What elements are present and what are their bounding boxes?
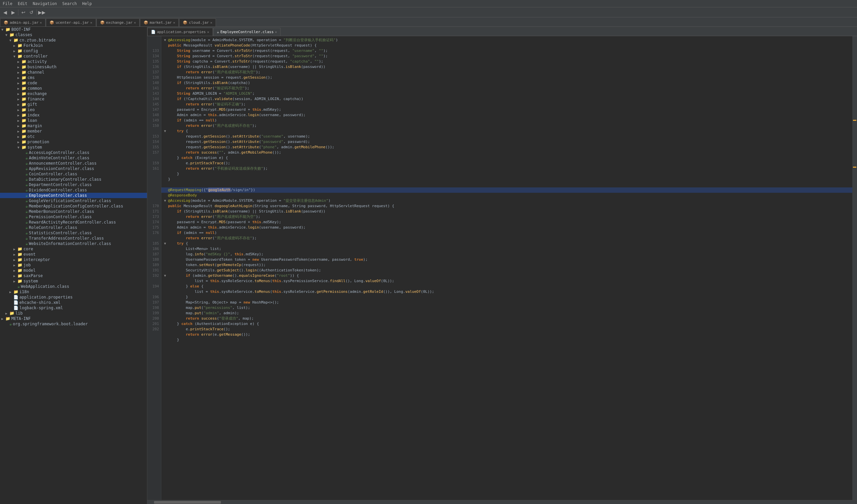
fold-btn[interactable] [164, 220, 168, 225]
menu-navigation[interactable]: Navigation [30, 1, 60, 7]
tree-item-channel[interactable]: ▶ 📁 channel [0, 70, 147, 75]
fold-btn[interactable] [164, 155, 168, 161]
fold-btn[interactable] [164, 91, 168, 96]
fold-btn[interactable] [164, 214, 168, 220]
fold-btn[interactable]: ▼ [164, 129, 168, 134]
tree-item-system2[interactable]: ▶ 📁 system [0, 279, 147, 284]
tree-item-adminvote[interactable]: ☕ AdminVoteController.class [0, 155, 147, 161]
fold-btn[interactable] [164, 145, 168, 150]
tab-close[interactable]: ✕ [207, 30, 209, 34]
fold-btn[interactable] [164, 257, 168, 263]
tree-item-exchange[interactable]: ▶ 📁 exchange [0, 91, 147, 96]
fold-btn[interactable] [164, 64, 168, 70]
tree-item-classes[interactable]: ▼ 📁 classes [0, 32, 147, 37]
tree-item-memberapplicationconfig[interactable]: ☕ MemberApplicationConfigController.clas… [0, 203, 147, 209]
tree-item-event[interactable]: ▶ 📁 event [0, 252, 147, 257]
fold-btn[interactable] [164, 263, 168, 268]
tab-exchange[interactable]: 📦 exchange.jar ✕ [97, 18, 140, 27]
fold-btn[interactable] [164, 279, 168, 284]
fold-btn[interactable] [164, 139, 168, 145]
fold-btn[interactable] [164, 252, 168, 257]
menu-edit[interactable]: Edit [15, 1, 30, 7]
fold-btn[interactable] [164, 289, 168, 295]
tab-close[interactable]: ✕ [275, 30, 277, 34]
fold-btn[interactable] [164, 193, 168, 198]
tree-item-otc[interactable]: ▶ 📁 otc [0, 134, 147, 139]
tree-item-saxparse[interactable]: ▶ 📁 saxParse [0, 273, 147, 279]
fold-btn[interactable] [164, 118, 168, 123]
fold-btn[interactable] [164, 59, 168, 64]
tree-item-ieo[interactable]: ▶ 📁 ieo [0, 107, 147, 113]
tab-cloud[interactable]: 📦 cloud.jar ✕ [179, 18, 216, 27]
tree-item-model[interactable]: ▶ 📁 model [0, 268, 147, 273]
tree-item-member[interactable]: ▶ 📁 member [0, 129, 147, 134]
fold-btn[interactable] [164, 161, 168, 166]
tree-item-controller[interactable]: ▼ 📁 controller [0, 53, 147, 59]
tree-item-coin[interactable]: ☕ CoinController.class [0, 171, 147, 177]
tree-item-webapplication[interactable]: ☕ WebApplication.class [0, 284, 147, 289]
code-editor[interactable]: ▼ @AccessLog(module = AdminModule.SYSTEM… [161, 36, 852, 500]
tree-item-common[interactable]: ▶ 📁 common [0, 86, 147, 91]
fold-btn[interactable]: ▼ [164, 198, 168, 203]
tree-item-apprevision[interactable]: ☕ AppRevisionController.class [0, 166, 147, 171]
tab-close[interactable]: ✕ [210, 21, 212, 24]
tree-item-department[interactable]: ☕ DepartmentController.class [0, 182, 147, 187]
tree-item-springloader[interactable]: ☕ org.springframework.boot.loader [0, 321, 147, 326]
fold-btn[interactable] [164, 305, 168, 310]
fold-btn[interactable] [164, 337, 168, 343]
tree-item-websiteinformation[interactable]: ☕ WebsiteInformationController.class [0, 241, 147, 246]
toolbar-forward-btn[interactable]: ▶ [10, 9, 17, 16]
tree-item-ehcache[interactable]: 📄 ehcache-shiro.xml [0, 300, 147, 305]
fold-btn[interactable] [164, 268, 168, 273]
tree-item-accesslog[interactable]: ☕ AccessLogController.class [0, 150, 147, 155]
tree-item-googleverification[interactable]: ☕ GoogleVerificationController.class [0, 198, 147, 203]
fold-btn[interactable] [164, 86, 168, 91]
fold-btn[interactable] [164, 326, 168, 332]
tree-item-metainf[interactable]: ▶ 📁 META-INF [0, 316, 147, 321]
fold-btn[interactable] [164, 246, 168, 252]
fold-btn[interactable] [164, 113, 168, 118]
fold-btn[interactable] [164, 150, 168, 155]
fold-btn[interactable] [164, 123, 168, 129]
fold-btn[interactable] [164, 96, 168, 102]
fold-btn[interactable]: ▼ [164, 37, 168, 43]
tree-item-memberbonus[interactable]: ☕ MemberBonusController.class [0, 209, 147, 214]
bottom-scroll-track[interactable] [147, 500, 857, 504]
fold-btn[interactable] [164, 166, 168, 171]
tree-item-activity[interactable]: ▶ 📁 activity [0, 59, 147, 64]
fold-btn[interactable] [164, 225, 168, 230]
tree-item-lib[interactable]: ▶ 📁 lib [0, 310, 147, 316]
tree-item-datadictionary[interactable]: ☕ DataDictionaryController.class [0, 177, 147, 182]
tree-item-finance[interactable]: ▶ 📁 finance [0, 96, 147, 102]
tab-admin-api[interactable]: 📦 admin-api.jar ✕ [0, 18, 46, 27]
fold-btn[interactable] [164, 48, 168, 53]
toolbar-undo-btn[interactable]: ↩ [20, 9, 27, 16]
tree-item-index[interactable]: ▶ 📁 index [0, 113, 147, 118]
tree-item-logback[interactable]: 📄 logback-spring.xml [0, 305, 147, 310]
tree-item-role[interactable]: ☕ RoleController.class [0, 225, 147, 230]
fold-btn[interactable] [164, 187, 168, 193]
fold-btn[interactable] [164, 203, 168, 209]
bottom-scroll-thumb[interactable] [154, 501, 221, 504]
tab-close[interactable]: ✕ [134, 21, 136, 24]
fold-btn[interactable] [164, 102, 168, 107]
fold-btn[interactable] [164, 43, 168, 48]
toolbar-back-btn[interactable]: ◀ [1, 9, 9, 16]
fold-btn[interactable] [164, 332, 168, 337]
tree-item-statistics[interactable]: ☕ StatisticsController.class [0, 230, 147, 236]
menu-help[interactable]: Help [79, 1, 95, 7]
tree-item-announcement[interactable]: ☕ AnnouncementController.class [0, 161, 147, 166]
fold-btn[interactable] [164, 284, 168, 289]
fold-btn[interactable] [164, 134, 168, 139]
fold-btn[interactable] [164, 321, 168, 326]
fold-btn[interactable]: ▼ [164, 273, 168, 279]
editor-tab-appprops[interactable]: 📄 application.properties ✕ [147, 28, 213, 36]
toolbar-redo-btn[interactable]: ↺ [28, 9, 35, 16]
toolbar-run-btn[interactable]: ▶▶ [38, 9, 46, 16]
tree-item-businessauth[interactable]: ▶ 📁 businessAuth [0, 64, 147, 70]
fold-btn[interactable] [164, 316, 168, 321]
tree-item-system[interactable]: ▼ 📁 system [0, 145, 147, 150]
menu-search[interactable]: Search [60, 1, 79, 7]
tree-item-margin[interactable]: ▶ 📁 margin [0, 123, 147, 129]
tree-item-dividend[interactable]: ☕ DividendController.class [0, 187, 147, 193]
